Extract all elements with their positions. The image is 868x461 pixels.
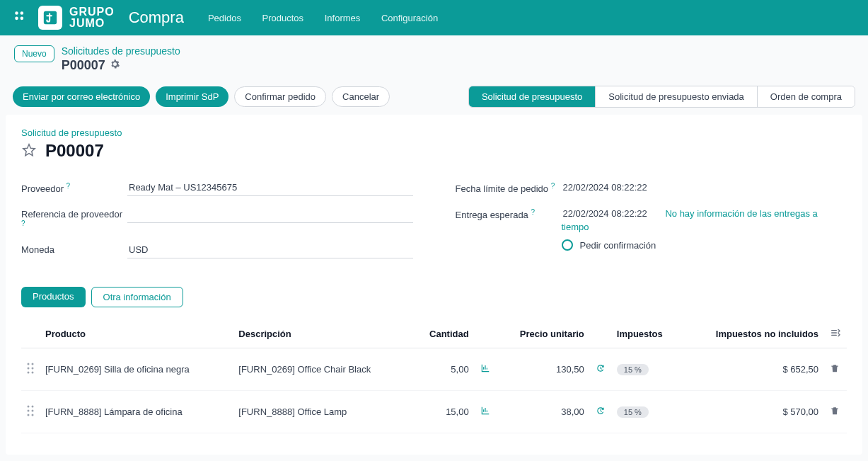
logo[interactable]: GRUPO JUMO (38, 6, 115, 30)
cell-product[interactable]: [FURN_8888] Lámpara de oficina (40, 391, 233, 433)
help-icon[interactable]: ? (66, 182, 71, 190)
delete-row-icon[interactable] (830, 365, 840, 375)
logo-icon (38, 6, 62, 30)
stage-rfq-sent[interactable]: Solicitud de presupuesto enviada (596, 86, 758, 107)
tab-products[interactable]: Productos (21, 287, 86, 307)
breadcrumb-current: P00007 (62, 58, 105, 73)
svg-point-10 (32, 372, 34, 374)
drag-handle-icon[interactable] (21, 391, 40, 433)
history-icon[interactable] (596, 365, 606, 375)
breadcrumb-header: Nuevo Solicitudes de presupuesto P00007 (0, 35, 868, 79)
table-row[interactable]: [FURN_0269] Silla de oficina negra[FURN_… (21, 348, 847, 391)
breadcrumb-parent[interactable]: Solicitudes de presupuesto (62, 45, 180, 57)
cancel-button[interactable]: Cancelar (332, 86, 390, 107)
vendor-ref-label: Referencia de proveedor (21, 209, 122, 220)
svg-point-3 (21, 16, 24, 20)
cell-unit-price[interactable]: 38,00 (496, 391, 590, 433)
help-icon[interactable]: ? (531, 208, 535, 216)
menu-informes[interactable]: Informes (325, 13, 361, 23)
stage-rfq[interactable]: Solicitud de presupuesto (469, 86, 596, 107)
new-button[interactable]: Nuevo (14, 45, 54, 62)
currency-input[interactable] (127, 241, 413, 258)
th-taxes: Impuestos (611, 320, 683, 348)
th-description: Descripción (233, 320, 411, 348)
vendor-ref-input[interactable] (127, 206, 413, 223)
deadline-value[interactable]: 22/02/2024 08:22:22 (562, 179, 649, 195)
action-buttons: Enviar por correo electrónico Imprimir S… (13, 86, 390, 107)
ask-confirm-label: Pedir confirmación (580, 240, 656, 251)
currency-label: Moneda (21, 244, 54, 255)
svg-point-11 (28, 406, 30, 408)
forecast-icon[interactable] (480, 365, 490, 375)
menu-productos[interactable]: Productos (262, 13, 304, 23)
products-table: Producto Descripción Cantidad Precio uni… (21, 320, 847, 433)
logo-text: GRUPO JUMO (69, 6, 115, 29)
cell-qty[interactable]: 15,00 (412, 391, 475, 433)
main-menu: Pedidos Productos Informes Configuración (208, 13, 456, 23)
svg-point-6 (32, 363, 34, 365)
th-product: Producto (40, 320, 233, 348)
table-row[interactable]: [FURN_8888] Lámpara de oficina[FURN_8888… (21, 391, 847, 433)
print-button[interactable]: Imprimir SdP (156, 86, 228, 107)
svg-point-12 (32, 406, 34, 408)
th-unit-price: Precio unitario (496, 320, 590, 348)
breadcrumb: Solicitudes de presupuesto P00007 (62, 45, 180, 73)
vendor-label: Proveedor (21, 183, 64, 194)
cell-subtotal: $ 570,00 (683, 391, 825, 433)
forecast-icon[interactable] (480, 407, 490, 418)
help-icon[interactable]: ? (551, 182, 555, 190)
cell-subtotal: $ 652,50 (683, 348, 825, 391)
topbar: GRUPO JUMO Compra Pedidos Productos Info… (0, 0, 868, 35)
svg-point-15 (28, 414, 30, 416)
cell-tax[interactable]: 15 % (611, 391, 683, 433)
expected-label: Entrega esperada (456, 210, 528, 220)
svg-point-14 (32, 410, 34, 412)
deadline-label: Fecha límite de pedido (456, 183, 549, 194)
svg-point-7 (28, 368, 30, 370)
th-qty: Cantidad (412, 320, 475, 348)
help-icon[interactable]: ? (21, 220, 25, 227)
history-icon[interactable] (596, 407, 606, 418)
confirm-button[interactable]: Confirmar pedido (234, 86, 326, 107)
cell-tax[interactable]: 15 % (611, 348, 683, 391)
svg-point-2 (15, 16, 18, 20)
drag-handle-icon[interactable] (21, 348, 40, 391)
actions-row: Enviar por correo electrónico Imprimir S… (0, 79, 868, 108)
svg-point-9 (28, 372, 30, 374)
vendor-input[interactable] (127, 179, 413, 196)
cell-unit-price[interactable]: 130,50 (496, 348, 590, 391)
delete-row-icon[interactable] (830, 407, 840, 418)
tabs: Productos Otra información (21, 287, 847, 307)
svg-point-1 (21, 11, 24, 15)
expected-value[interactable]: 22/02/2024 08:22:22 (562, 205, 649, 222)
form-title: P00007 (45, 141, 104, 161)
columns-settings-icon[interactable] (830, 330, 841, 341)
form-sheet: Solicitud de presupuesto P00007 Proveedo… (6, 115, 862, 455)
module-name[interactable]: Compra (129, 8, 184, 27)
menu-configuracion[interactable]: Configuración (381, 13, 438, 23)
ask-confirm-radio[interactable] (562, 239, 573, 251)
cell-qty[interactable]: 5,00 (412, 348, 475, 391)
svg-point-0 (15, 11, 18, 15)
cell-description[interactable]: [FURN_8888] Office Lamp (233, 391, 411, 433)
svg-point-13 (28, 410, 30, 412)
tab-other-info[interactable]: Otra información (91, 287, 183, 307)
svg-point-5 (28, 363, 30, 365)
cell-description[interactable]: [FURN_0269] Office Chair Black (233, 348, 411, 391)
menu-pedidos[interactable]: Pedidos (208, 13, 241, 23)
svg-point-16 (32, 414, 34, 416)
form-subtitle: Solicitud de presupuesto (21, 127, 847, 138)
favorite-star-icon[interactable] (21, 142, 37, 160)
send-email-button[interactable]: Enviar por correo electrónico (13, 86, 150, 107)
svg-point-8 (32, 368, 34, 370)
cell-product[interactable]: [FURN_0269] Silla de oficina negra (40, 348, 233, 391)
status-bar: Solicitud de presupuesto Solicitud de pr… (468, 86, 855, 108)
gear-icon[interactable] (110, 58, 120, 73)
th-subtotal: Impuestos no incluidos (683, 320, 825, 348)
stage-po[interactable]: Orden de compra (758, 86, 855, 107)
apps-icon[interactable] (13, 9, 28, 27)
